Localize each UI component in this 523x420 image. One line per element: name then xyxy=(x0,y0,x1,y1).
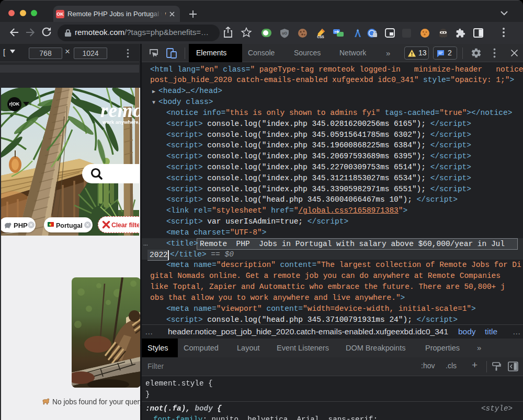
svg-text:CSS: CSS xyxy=(317,35,324,39)
svg-text:uO: uO xyxy=(282,31,287,35)
